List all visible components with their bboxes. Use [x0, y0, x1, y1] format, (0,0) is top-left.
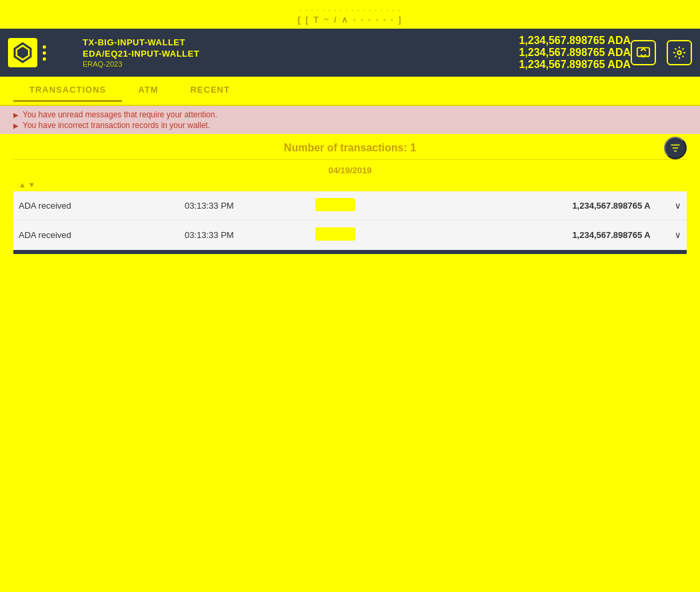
filter-button[interactable] — [664, 137, 687, 159]
tx-count-text: Number of transactions: 1 — [284, 142, 416, 154]
transactions-table: ▲ ▼ ADA received 03:13:33 PM 1,234,567.8… — [13, 178, 687, 250]
wallet-faq: ERAQ-2023 — [83, 60, 505, 68]
nav-tabs: TRANSACTIONS ATM RECENT — [0, 77, 700, 106]
warning-line-2: You have incorrect transaction records i… — [13, 121, 687, 130]
svg-marker-1 — [17, 47, 28, 59]
main-content: Number of transactions: 1 04/19/2019 ▲ ▼ — [0, 134, 700, 254]
banner-line1: · · · · · · · · · · · · · · · · · · — [0, 5, 700, 15]
balance-area: 1,234,567.898765 ADA 1,234,567.898765 AD… — [505, 35, 631, 71]
settings-button[interactable] — [667, 40, 692, 65]
tx-expand-2[interactable]: ∨ — [656, 221, 687, 250]
tx-col-empty-2 — [400, 221, 419, 250]
logo-dot-1 — [43, 45, 46, 49]
top-banner: · · · · · · · · · · · · · · · · · · [ [ … — [0, 0, 700, 29]
tx-col-empty-1 — [400, 191, 419, 221]
bottom-accent-bar — [13, 250, 687, 254]
banner-line2: [ [ T ~ / ∧ · · · · · · ] — [0, 15, 700, 25]
tx-status-pill-1 — [315, 198, 355, 211]
header-bar: TX-BIG-INPUT-WALLET EDA/EQ21-INPUT-WALLE… — [0, 29, 700, 77]
tab-recent[interactable]: RECENT — [174, 79, 245, 102]
table-row: ADA received 03:13:33 PM 1,234,567.89876… — [13, 191, 687, 221]
col-header-expand — [656, 178, 687, 191]
col-header-time — [179, 178, 310, 191]
balance-sub: 1,234,567.898765 ADA — [519, 59, 631, 71]
col-header-amount — [419, 178, 656, 191]
tx-amount-1: 1,234,567.898765 A — [419, 191, 656, 221]
table-row: ADA received 03:13:33 PM 1,234,567.89876… — [13, 221, 687, 250]
send-receive-button[interactable] — [631, 40, 656, 65]
wallet-info: TX-BIG-INPUT-WALLET EDA/EQ21-INPUT-WALLE… — [75, 37, 505, 68]
balance-primary: 1,234,567.898765 ADA — [519, 35, 631, 47]
tx-type-2: ADA received — [13, 221, 179, 250]
col-header-type: ▲ ▼ — [13, 178, 179, 191]
transactions-header: Number of transactions: 1 — [13, 134, 687, 160]
tx-table-header: ▲ ▼ — [13, 178, 687, 191]
app-logo — [8, 38, 37, 67]
tx-type-1: ADA received — [13, 191, 179, 221]
warning-line-1: You have unread messages that require yo… — [13, 110, 687, 119]
tx-expand-1[interactable]: ∨ — [656, 191, 687, 221]
col-header-status — [310, 178, 400, 191]
logo-dots — [43, 45, 46, 61]
col-header-empty — [400, 178, 419, 191]
tx-time-2: 03:13:33 PM — [179, 221, 310, 250]
tab-atm[interactable]: ATM — [122, 79, 174, 102]
wallet-name-alt: EDA/EQ21-INPUT-WALLET — [83, 49, 505, 59]
logo-dot-3 — [43, 57, 46, 61]
date-separator: 04/19/2019 — [13, 160, 687, 178]
tab-transactions[interactable]: TRANSACTIONS — [13, 79, 122, 102]
header-icons — [631, 40, 692, 65]
tx-status-pill-2 — [315, 227, 355, 241]
logo-dot-2 — [43, 51, 46, 55]
svg-point-3 — [677, 51, 681, 55]
tx-status-2 — [310, 221, 400, 250]
balance-alt: 1,234,567.898765 ADA — [519, 47, 631, 59]
warning-banner: You have unread messages that require yo… — [0, 106, 700, 134]
tx-amount-2: 1,234,567.898765 A — [419, 221, 656, 250]
tx-status-1 — [310, 191, 400, 221]
wallet-name-primary: TX-BIG-INPUT-WALLET — [83, 37, 505, 47]
tx-time-1: 03:13:33 PM — [179, 191, 310, 221]
logo-area — [8, 38, 75, 67]
